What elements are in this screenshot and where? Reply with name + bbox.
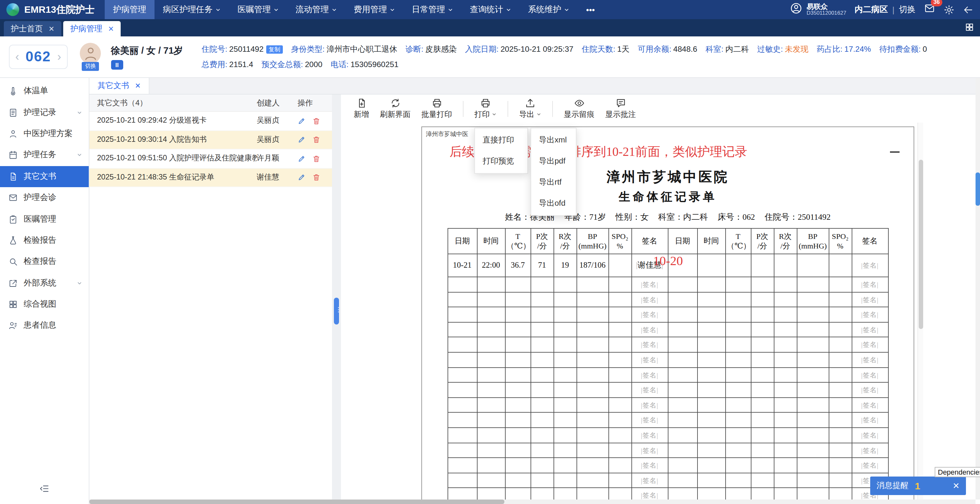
close-toast-icon[interactable]: ✕ <box>953 481 959 491</box>
empty-row: |签名||签名| <box>447 277 888 292</box>
switch-patient-button[interactable]: 切换 <box>82 62 99 71</box>
column-header: R次/分 <box>554 228 576 254</box>
close-tab-icon[interactable]: ✕ <box>49 25 54 33</box>
next-patient-button[interactable]: › <box>57 51 61 62</box>
top-nav-ward-nursing-tasks[interactable]: 病区护理任务 <box>154 0 229 19</box>
menu-item-export-ofd[interactable]: 导出ofd <box>531 193 576 214</box>
column-header: P次/分 <box>751 228 774 254</box>
toolbar-batch-print[interactable]: 批量打印 <box>422 97 452 120</box>
grid-icon <box>965 22 974 32</box>
document-list-row[interactable]: 2025-10-21 09:51:50 入院护理评估及住院健康教育许月颖 <box>89 150 332 168</box>
switch-ward-button[interactable]: 切换 <box>899 4 916 15</box>
sidebar-item-nursing-consult[interactable]: 护理会诊 <box>0 187 89 209</box>
menu-item-print-preview[interactable]: 打印预览 <box>475 151 527 172</box>
delete-button[interactable] <box>312 136 320 144</box>
viewer-scrollbar-thumb[interactable] <box>919 160 923 329</box>
toolbar-refresh[interactable]: 刷新界面 <box>380 97 410 120</box>
sidebar-item-tcm-nursing-plan[interactable]: 中医护理方案 <box>0 123 89 145</box>
edit-button[interactable] <box>298 155 306 163</box>
top-nav-fee-mgmt[interactable]: 费用管理 <box>345 0 404 19</box>
page-corner-text: 漳州市芗城中医 <box>426 130 468 139</box>
settings-button[interactable] <box>943 4 955 15</box>
copy-button[interactable]: 复制 <box>266 45 283 54</box>
document-list-row[interactable]: 2025-10-21 21:48:35 生命征记录单谢佳慧 <box>89 168 332 187</box>
toolbar-add[interactable]: 新增 <box>354 97 369 120</box>
close-tab-icon[interactable]: ✕ <box>108 25 114 33</box>
toolbar-print[interactable]: 打印 <box>474 97 497 120</box>
document-list-row[interactable]: 2025-10-21 09:29:42 分级巡视卡吴丽贞 <box>89 112 332 131</box>
sidebar-item-patient-info[interactable]: 患者信息 <box>0 315 89 337</box>
menu-item-export-xml[interactable]: 导出xml <box>531 130 576 151</box>
top-nav-daily-mgmt[interactable]: 日常管理 <box>404 0 461 19</box>
viewer-toolbar: 新增刷新界面批量打印打印导出显示留痕显示批注 <box>341 94 980 123</box>
window-tab-inpatient-care[interactable]: 护病管理✕ <box>63 21 121 37</box>
signature-cell: |签名| <box>852 292 888 307</box>
info-item: 床号：062 <box>718 211 755 223</box>
sidebar-item-label: 检查报告 <box>24 257 56 267</box>
top-nav-flow-mgmt[interactable]: 流动管理 <box>287 0 345 19</box>
horizontal-scrollbar-thumb[interactable] <box>89 499 504 504</box>
document-scroll-area[interactable]: 漳州市芗城中医 后续补10-20 需要自动排序到10-21前面，类似护理记录 漳… <box>341 123 918 504</box>
page-scrollbar[interactable] <box>975 78 980 499</box>
top-nav-system-maintenance[interactable]: 系统维护 <box>520 0 578 19</box>
sidebar-item-nursing-record[interactable]: 护理记录 <box>0 102 89 123</box>
table-cell <box>554 398 576 413</box>
panel-splitter[interactable] <box>332 94 341 504</box>
edit-button[interactable] <box>298 117 306 125</box>
sidebar-item-exam-report[interactable]: 检查报告 <box>0 251 89 273</box>
table-cell <box>505 322 531 337</box>
sidebar-item-order-mgmt[interactable]: 医嘱管理 <box>0 209 89 230</box>
sidebar-item-external-system[interactable]: 外部系统 <box>0 273 89 294</box>
top-nav-order-mgmt[interactable]: 医嘱管理 <box>229 0 287 19</box>
edit-button[interactable] <box>298 174 306 182</box>
annot-icon <box>615 97 626 108</box>
table-cell <box>531 382 554 397</box>
table-cell <box>576 292 608 307</box>
app-window: EMR13住院护士 护病管理病区护理任务医嘱管理流动管理费用管理日常管理查询统计… <box>0 0 980 504</box>
document-list-row[interactable]: 2025-10-21 09:30:14 入院告知书吴丽贞 <box>89 131 332 150</box>
sidebar-item-overview[interactable]: 综合视图 <box>0 294 89 315</box>
sidebar-collapse-button[interactable] <box>39 483 49 496</box>
doc-tab-other-documents[interactable]: 其它文书 ✕ <box>89 78 150 94</box>
table-cell <box>576 277 608 292</box>
prev-patient-button[interactable]: ‹ <box>15 51 19 62</box>
signature-cell: |签名| <box>852 382 888 397</box>
field-label: 可用余额: <box>638 45 671 53</box>
signature-cell: |签名| <box>632 277 668 292</box>
sidebar-item-label: 综合视图 <box>24 299 56 310</box>
close-tab-icon[interactable]: ✕ <box>135 82 140 90</box>
sidebar-item-other-documents[interactable]: 其它文书 <box>0 166 89 187</box>
table-cell <box>576 307 608 322</box>
back-button[interactable] <box>963 4 974 15</box>
toolbar-show-annotation[interactable]: 显示批注 <box>605 97 636 120</box>
toolbar-label: 打印 <box>474 109 490 120</box>
delete-button[interactable] <box>312 117 320 125</box>
window-tab-nurse-home[interactable]: 护士首页✕ <box>4 21 61 37</box>
toolbar-label: 导出 <box>519 109 535 120</box>
message-toast[interactable]: 消息提醒 1 ✕ <box>870 477 966 495</box>
user-account[interactable]: 易联众 D350112001627 <box>790 2 846 17</box>
annotation-mark <box>890 152 900 153</box>
layout-grid-button[interactable] <box>965 22 974 35</box>
toolbar-show-trace[interactable]: 显示留痕 <box>564 97 594 120</box>
delete-button[interactable] <box>312 155 320 163</box>
delete-button[interactable] <box>312 174 320 182</box>
table-cell <box>531 427 554 443</box>
top-nav-more[interactable]: ••• <box>578 0 603 19</box>
menu-item-export-rtf[interactable]: 导出rtf <box>531 172 576 193</box>
menu-item-direct-print[interactable]: 直接打印 <box>475 130 527 151</box>
sidebar-item-nursing-tasks[interactable]: 护理任务 <box>0 144 89 166</box>
top-nav-inpatient-care[interactable]: 护病管理 <box>105 0 154 19</box>
edit-button[interactable] <box>298 136 306 144</box>
sidebar-item-temperature-chart[interactable]: 体温单 <box>0 80 89 102</box>
sidebar-item-lab-report[interactable]: 检验报告 <box>0 230 89 251</box>
viewer-scrollbar[interactable] <box>918 123 923 504</box>
messages-button[interactable]: 36 <box>924 3 935 17</box>
page-scrollbar-thumb[interactable] <box>975 172 980 206</box>
menu-item-export-pdf[interactable]: 导出pdf <box>531 151 576 172</box>
horizontal-scrollbar[interactable] <box>89 499 975 504</box>
top-nav-query-stats[interactable]: 查询统计 <box>461 0 520 19</box>
splitter-handle-icon[interactable] <box>334 298 339 324</box>
column-header: 时间 <box>697 228 725 254</box>
toolbar-export[interactable]: 导出 <box>519 97 541 120</box>
